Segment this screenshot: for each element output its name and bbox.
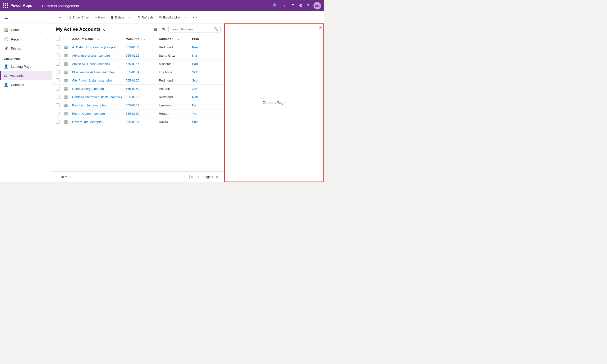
row-checkbox[interactable] <box>56 78 60 82</box>
waffle-icon[interactable] <box>3 3 8 8</box>
row-checkbox[interactable] <box>56 95 60 99</box>
sidebar-item-landing-page[interactable]: 👤 Landing Page <box>0 62 52 71</box>
show-chart-button[interactable]: 📊 Show Chart <box>65 14 92 21</box>
primary-cell: Sidr <box>192 70 221 74</box>
row-checkbox-cell <box>56 112 64 116</box>
settings-icon[interactable]: ⚙ <box>299 3 303 8</box>
search-input[interactable] <box>171 27 212 31</box>
accounts-table: Account Name ↑ ⌄ Main Pho... ⌄ Address 1… <box>52 35 224 171</box>
account-name-cell[interactable]: Fabrikam, Inc. (sample) <box>72 104 126 107</box>
row-checkbox[interactable] <box>56 53 60 57</box>
next-page-button[interactable]: ▷ <box>215 174 221 180</box>
row-checkbox[interactable] <box>56 87 60 91</box>
row-checkbox[interactable] <box>56 112 60 116</box>
address-sort-icon[interactable]: ⌄ <box>177 38 180 40</box>
table-row[interactable]: 🏢 Adventure Works (sample) 555-0152 Sant… <box>52 52 224 60</box>
table-row[interactable]: 🏢 Contoso Pharmaceuticals (sample) 555-0… <box>52 93 224 101</box>
account-name-cell[interactable]: Alpine Ski House (sample) <box>72 62 126 66</box>
landing-page-icon: 👤 <box>4 64 9 69</box>
col-header-phone[interactable]: Main Pho... ⌄ <box>126 37 159 41</box>
table-header: Account Name ↑ ⌄ Main Pho... ⌄ Address 1… <box>52 35 224 43</box>
sidebar-item-accounts-label: Accounts <box>10 74 24 78</box>
primary-cell: Mar <box>192 104 221 107</box>
chart-icon: 📊 <box>67 15 71 19</box>
account-name-cell[interactable]: Litware, Inc. (sample) <box>72 120 126 124</box>
row-checkbox-cell <box>56 95 64 99</box>
address-cell: Dallas <box>159 120 192 124</box>
sidebar-item-accounts[interactable]: 🗂 Accounts <box>0 71 52 80</box>
search-submit-icon[interactable]: 🔍 <box>214 27 218 31</box>
table-row[interactable]: 🏢 Alpine Ski House (sample) 555-0157 Mis… <box>52 60 224 68</box>
delete-icon: 🗑 <box>110 15 114 19</box>
account-name-cell[interactable]: A. Datum Corporation (sample) <box>72 46 126 49</box>
search-box: 🔍 <box>168 26 221 32</box>
new-icon: + <box>95 15 97 19</box>
first-page-button[interactable]: |◁ <box>188 174 194 180</box>
primary-cell: Sus <box>192 120 221 124</box>
prev-page-button[interactable]: ◁ <box>196 174 201 180</box>
account-name-cell[interactable]: City Power & Light (sample) <box>72 79 126 82</box>
table-row[interactable]: 🏢 Fourth Coffee (sample) 555-0150 Renton… <box>52 109 224 118</box>
more-options-button[interactable]: ⋯ <box>191 13 199 21</box>
email-link-button[interactable]: ✉ Email a Link <box>156 14 183 21</box>
table-row[interactable]: 🏢 A. Datum Corporation (sample) 555-0158… <box>52 43 224 52</box>
view-filter-button[interactable]: ⚗ <box>160 26 166 32</box>
sidebar-item-home[interactable]: 🏠 Home <box>0 25 52 35</box>
refresh-button[interactable]: ↻ Refresh <box>135 14 155 21</box>
row-checkbox[interactable] <box>56 62 60 66</box>
phone-cell: 555-0155 <box>126 79 159 82</box>
select-all-checkbox[interactable] <box>56 37 60 41</box>
view-actions: ⊞ ⚗ 🔍 <box>152 26 221 32</box>
sidebar-item-contacts-label: Contacts <box>11 83 24 87</box>
add-icon[interactable]: ＋ <box>282 3 286 9</box>
row-checkbox[interactable] <box>56 45 60 49</box>
content-area: ← 📊 Show Chart + New 🗑 Delete ▾ ↻ Refres… <box>52 11 324 182</box>
account-name-cell[interactable]: Blue Yonder Airlines (sample) <box>72 70 126 74</box>
back-button[interactable]: ← <box>56 14 64 21</box>
delete-button[interactable]: 🗑 Delete <box>108 14 127 21</box>
new-button[interactable]: + New <box>93 14 107 21</box>
search-icon[interactable]: 🔍 <box>273 3 278 8</box>
sidebar-item-recent[interactable]: 🕐 Recent ⌄ <box>0 35 52 44</box>
panel-close-button[interactable]: ✕ <box>319 25 322 30</box>
primary-cell: Sco <box>192 79 221 82</box>
row-checkbox[interactable] <box>56 103 60 107</box>
account-name-cell[interactable]: Fourth Coffee (sample) <box>72 112 126 116</box>
col-header-address[interactable]: Address 1... ⌄ <box>159 37 192 41</box>
table-row[interactable]: 🏢 City Power & Light (sample) 555-0155 R… <box>52 76 224 85</box>
primary-cell: Jim <box>192 87 221 91</box>
phone-cell: 555-0158 <box>126 46 159 49</box>
sidebar-item-landing-page-label: Landing Page <box>11 65 31 68</box>
row-checkbox[interactable] <box>56 120 60 124</box>
page-label: Page 1 <box>203 175 213 179</box>
hamburger-button[interactable]: ☰ <box>3 13 10 21</box>
table-row[interactable]: 🏢 Coho Winery (sample) 555-0159 Phoenix … <box>52 85 224 93</box>
primary-cell: Rob <box>192 95 221 99</box>
account-name-cell[interactable]: Adventure Works (sample) <box>72 54 126 57</box>
delete-dropdown-button[interactable]: ▾ <box>128 14 131 20</box>
avatar[interactable]: AO <box>314 2 321 10</box>
account-name-cell[interactable]: Contoso Pharmaceuticals (sample) <box>72 95 126 99</box>
custom-page-content: Custom Page <box>225 24 323 182</box>
email-link-dropdown-button[interactable]: ▾ <box>184 14 187 20</box>
view-header: My Active Accounts ⌄ ⊞ ⚗ 🔍 <box>52 24 224 35</box>
col-header-primary: Prim <box>192 37 221 41</box>
filter-icon[interactable]: ⚗ <box>291 3 294 8</box>
sidebar-item-contacts[interactable]: 👤 Contacts <box>0 80 52 89</box>
row-checkbox-cell <box>56 62 64 66</box>
sidebar-item-pinned[interactable]: 📌 Pinned ⌄ <box>0 44 52 53</box>
table-row[interactable]: 🏢 Fabrikam, Inc. (sample) 555-0153 Lynnw… <box>52 101 224 109</box>
row-checkbox[interactable] <box>56 70 60 74</box>
phone-sort-icon[interactable]: ⌄ <box>143 38 145 40</box>
table-row[interactable]: 🏢 Blue Yonder Airlines (sample) 555-0154… <box>52 68 224 76</box>
table-footer: 1 - 10 of 10 |◁ ◁ Page 1 ▷ <box>52 171 224 182</box>
refresh-icon: ↻ <box>137 15 140 19</box>
help-icon[interactable]: ? <box>307 3 309 8</box>
column-settings-button[interactable]: ⊞ <box>152 26 158 32</box>
sort-dropdown-icon[interactable]: ⌄ <box>97 38 99 40</box>
view-title-chevron-icon[interactable]: ⌄ <box>102 26 106 32</box>
col-header-account-name[interactable]: Account Name ↑ ⌄ <box>72 37 126 41</box>
col-header-icon <box>64 37 72 41</box>
account-name-cell[interactable]: Coho Winery (sample) <box>72 87 126 91</box>
table-row[interactable]: 🏢 Litware, Inc. (sample) 555-0151 Dallas… <box>52 118 224 126</box>
